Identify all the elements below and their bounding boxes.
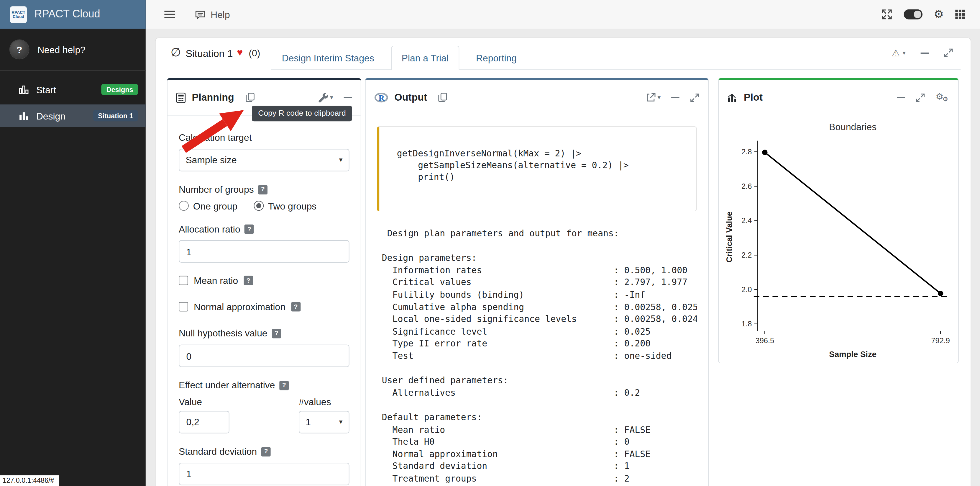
mean-ratio-checkbox[interactable] — [179, 276, 188, 285]
boundaries-chart[interactable]: Boundaries1.82.02.22.42.62.8396.5792.9Sa… — [723, 115, 954, 362]
planning-title: Planning — [192, 92, 234, 103]
values-count-select[interactable]: 1 ▾ — [299, 411, 350, 433]
help-badge-icon[interactable]: ? — [245, 225, 254, 234]
collapse-planning-button[interactable] — [344, 97, 352, 98]
help-badge-icon[interactable]: ? — [243, 276, 253, 285]
svg-text:Sample Size: Sample Size — [829, 350, 876, 359]
help-badge-icon[interactable]: ? — [258, 185, 267, 194]
svg-text:2.2: 2.2 — [741, 251, 751, 259]
normal-approximation-checkbox[interactable] — [179, 302, 188, 312]
mean-ratio-row: Mean ratio ? — [179, 275, 350, 286]
toggle-knob — [914, 11, 921, 18]
planning-form: Calculation target Sample size ▾ Number … — [167, 116, 361, 486]
export-dropdown[interactable]: ▾ — [646, 92, 660, 103]
question-circle-icon: ? — [10, 40, 29, 59]
workspace-tabs: Design Interim Stages Plan a Trial Repor… — [271, 42, 961, 70]
app-screen: RPACT Cloud RPACT Cloud ? Need help? Sta… — [0, 0, 980, 486]
svg-text:2.4: 2.4 — [741, 216, 751, 225]
sidebar-item-start[interactable]: Start Designs — [0, 78, 146, 100]
values-count-value: 1 — [305, 417, 311, 427]
fullscreen-icon[interactable] — [881, 9, 892, 20]
grid-icon[interactable] — [955, 10, 965, 19]
number-of-groups-group: Number of groups ? One group Two groups — [179, 184, 350, 211]
normal-approximation-label: Normal approximation — [194, 301, 285, 312]
chevron-down-icon: ▾ — [330, 94, 333, 100]
menu-hamburger-icon[interactable] — [164, 11, 175, 18]
warnings-dropdown[interactable]: ⚠ ▾ — [891, 48, 906, 57]
effect-label: Effect under alternative — [179, 379, 275, 391]
help-label: Help — [210, 9, 230, 20]
rpact-logo: RPACT Cloud — [10, 6, 27, 23]
expand-workspace-icon[interactable] — [944, 48, 953, 57]
columns-chart-icon — [19, 111, 29, 121]
effect-value-input[interactable] — [179, 411, 229, 433]
sidebar-item-need-help[interactable]: ? Need help? — [0, 29, 146, 69]
help-badge-icon[interactable]: ? — [291, 302, 301, 312]
designs-badge: Designs — [102, 84, 138, 95]
settings-gear-icon[interactable]: ⚙ — [934, 9, 944, 20]
value-column-label: Value — [179, 396, 229, 407]
radio-unselected-icon — [179, 201, 189, 211]
allocation-ratio-label: Allocation ratio — [179, 224, 240, 236]
number-of-groups-label: Number of groups — [179, 184, 254, 196]
expand-output-icon[interactable] — [690, 93, 700, 102]
favorite-heart-icon[interactable]: ♥ — [237, 48, 243, 57]
plot-settings-gears-icon[interactable]: ⚙ ⚙ — [936, 92, 950, 103]
workspace-card: ∅ Situation 1 ♥ (0) Design Interim Stage… — [155, 37, 972, 486]
calculator-icon — [177, 92, 186, 103]
svg-text:792.9: 792.9 — [931, 336, 950, 345]
output-body: getDesignInverseNormal(kMax = 2) |> getS… — [366, 115, 708, 486]
tab-design-interim-stages[interactable]: Design Interim Stages — [271, 46, 385, 70]
tools-wrench-dropdown[interactable]: ▾ — [318, 92, 333, 103]
help-badge-icon[interactable]: ? — [261, 447, 271, 456]
calculation-target-group: Calculation target Sample size ▾ — [179, 132, 350, 171]
r-logo-icon: R — [374, 92, 388, 103]
copy-r-code-button[interactable] — [245, 92, 255, 103]
logo-line-1: RPACT — [11, 10, 25, 14]
null-hypothesis-input[interactable] — [179, 345, 350, 367]
svg-text:1.8: 1.8 — [741, 320, 751, 328]
help-button[interactable]: Help — [195, 9, 230, 20]
standard-deviation-group: Standard deviation ? — [179, 446, 350, 485]
svg-text:Boundaries: Boundaries — [829, 121, 876, 132]
tab-reporting[interactable]: Reporting — [465, 46, 527, 70]
design-label: Design — [36, 110, 65, 121]
main-content: ∅ Situation 1 ♥ (0) Design Interim Stage… — [146, 29, 980, 486]
navbar-actions: ⚙ — [881, 9, 965, 20]
chevron-down-icon: ▾ — [657, 94, 660, 100]
sidebar: RPACT Cloud RPACT Cloud ? Need help? Sta… — [0, 0, 146, 486]
expand-plot-icon[interactable] — [916, 93, 925, 102]
output-report: Design plan parameters and output for me… — [377, 228, 697, 485]
favorites-count: (0) — [248, 48, 260, 58]
allocation-ratio-input[interactable] — [179, 240, 350, 263]
brand-title: RPACT Cloud — [35, 8, 100, 21]
sidebar-item-design[interactable]: Design Situation 1 — [0, 104, 146, 127]
theme-toggle[interactable] — [904, 10, 923, 19]
collapse-output-button[interactable] — [671, 97, 679, 98]
tab-plan-a-trial[interactable]: Plan a Trial — [391, 46, 459, 70]
svg-text:2.6: 2.6 — [741, 182, 751, 190]
calculation-target-select[interactable]: Sample size ▾ — [179, 149, 350, 171]
svg-text:Critical Value: Critical Value — [724, 212, 733, 263]
design-symbol-icon: ∅ — [171, 46, 181, 58]
warning-triangle-icon: ⚠ — [891, 48, 900, 57]
copy-output-button[interactable] — [438, 92, 448, 103]
collapse-plot-button[interactable] — [897, 97, 905, 98]
radio-two-groups[interactable]: Two groups — [254, 200, 317, 211]
plot-panel: Plot ⚙ ⚙ B — [718, 78, 959, 363]
r-code-block[interactable]: getDesignInverseNormal(kMax = 2) |> getS… — [377, 126, 697, 211]
sidebar-divider — [0, 70, 146, 70]
help-badge-icon[interactable]: ? — [272, 329, 281, 338]
workspace-header-actions: ⚠ ▾ — [891, 48, 953, 57]
page-title: Situation 1 — [186, 48, 233, 59]
collapse-workspace-button[interactable] — [921, 52, 929, 53]
null-hypothesis-label: Null hypothesis value — [179, 328, 267, 339]
brand-header[interactable]: RPACT Cloud RPACT Cloud — [0, 0, 146, 29]
standard-deviation-input[interactable] — [179, 462, 350, 485]
logo-line-2: Cloud — [13, 14, 24, 19]
help-badge-icon[interactable]: ? — [279, 381, 289, 390]
svg-text:2.0: 2.0 — [741, 285, 751, 293]
null-hypothesis-group: Null hypothesis value ? — [179, 328, 350, 367]
columns-chart-icon — [19, 84, 29, 94]
radio-one-group[interactable]: One group — [179, 200, 237, 211]
